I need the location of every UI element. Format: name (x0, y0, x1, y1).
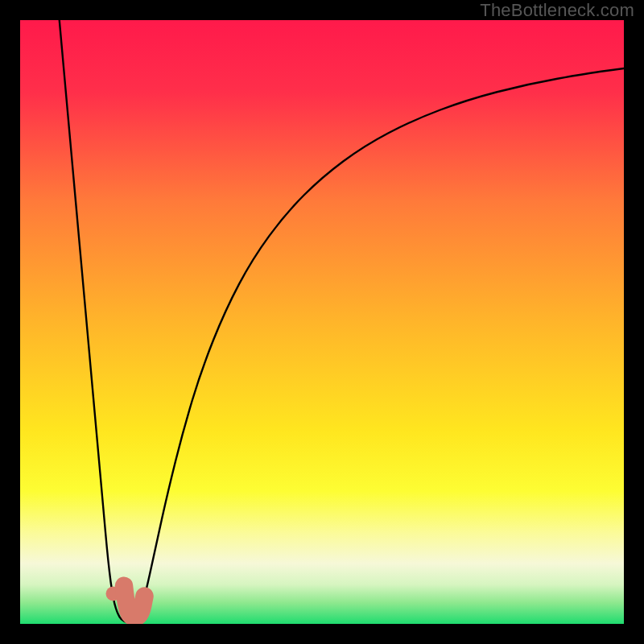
watermark-text: TheBottleneck.com (480, 0, 634, 21)
plot-area (20, 20, 624, 624)
root-frame: TheBottleneck.com (0, 0, 644, 644)
plot-svg (20, 20, 624, 624)
gradient-background (20, 20, 624, 624)
